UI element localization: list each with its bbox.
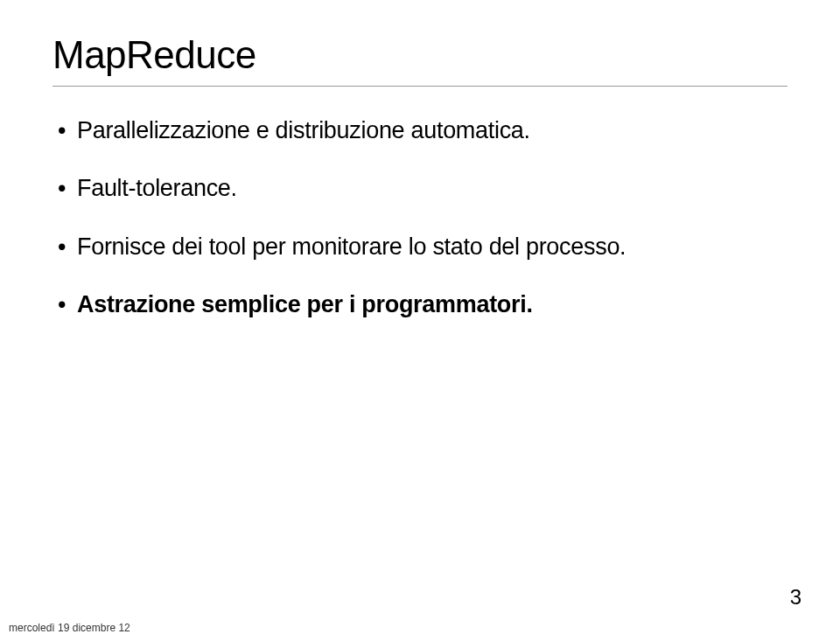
bullet-item: Fault-tolerance. [52,172,788,204]
bullet-list: Parallelizzazione e distribuzione automa… [52,115,788,321]
footer-date: mercoledì 19 dicembre 12 [9,622,130,634]
page-number: 3 [790,585,802,610]
bullet-item: Fornisce dei tool per monitorare lo stat… [52,231,788,262]
bullet-text: Astrazione semplice per i programmatori. [77,291,533,317]
title-divider [52,86,788,87]
bullet-text: Fornisce dei tool per monitorare lo stat… [77,233,626,260]
bullet-text: Parallelizzazione e distribuzione automa… [77,117,530,143]
slide-content: MapReduce Parallelizzazione e distribuzi… [0,0,840,321]
bullet-item: Parallelizzazione e distribuzione automa… [52,115,788,146]
slide-title: MapReduce [52,33,788,77]
bullet-item: Astrazione semplice per i programmatori. [52,289,788,320]
bullet-text: Fault-tolerance. [77,175,237,201]
